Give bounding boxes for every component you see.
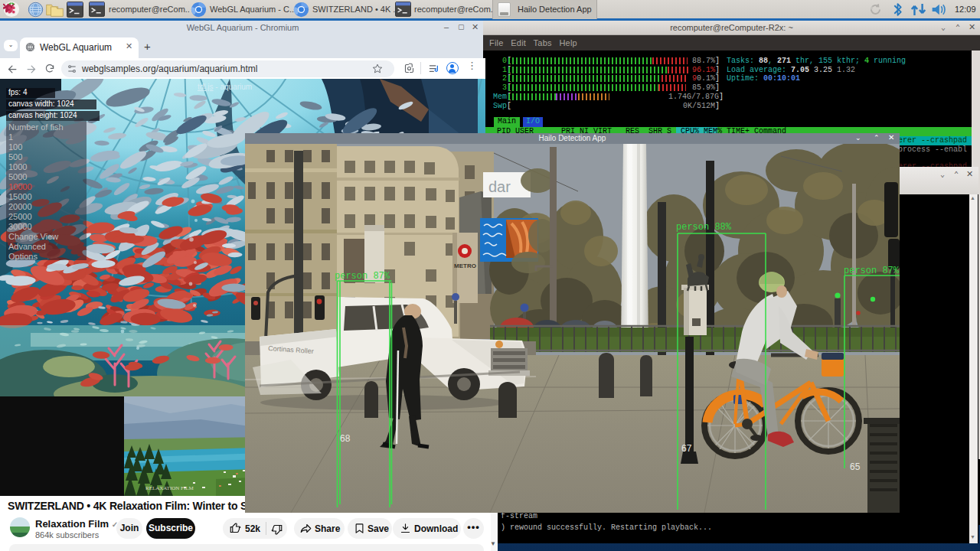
svg-text:tdl.js - aquarium: tdl.js - aquarium (198, 83, 252, 91)
svg-text:67: 67 (681, 443, 692, 454)
svg-text:65: 65 (850, 461, 861, 472)
svg-text:RЕLAXATION FILM: RЕLAXATION FILM (145, 485, 194, 491)
svg-text:dar: dar (488, 178, 511, 195)
svg-text:METRO: METRO (454, 262, 476, 269)
svg-text:person 88%: person 88% (676, 222, 732, 233)
svg-text:person 87%: person 87% (844, 266, 900, 276)
svg-text:person 87%: person 87% (335, 271, 390, 282)
svg-text:68: 68 (340, 433, 351, 444)
